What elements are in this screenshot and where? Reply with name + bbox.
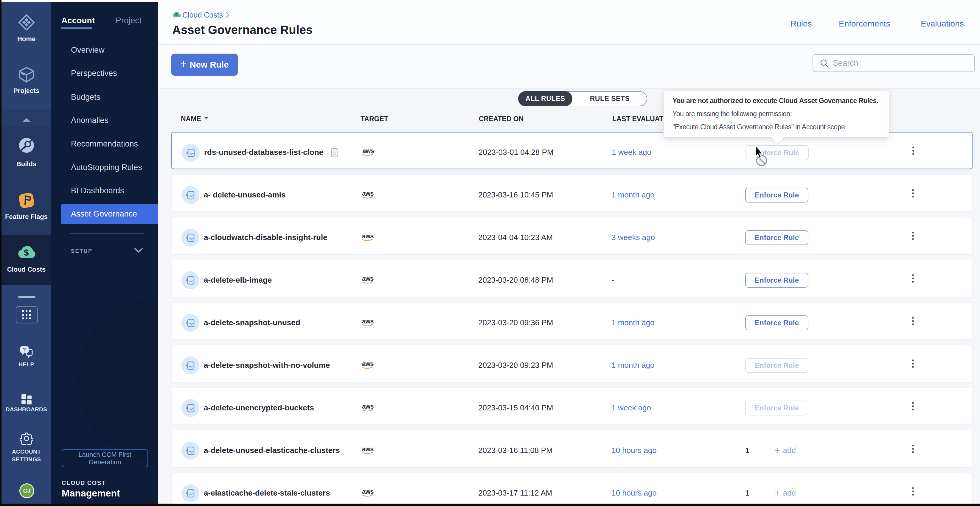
- svg-text:aws: aws: [362, 276, 374, 282]
- svg-text:aws: aws: [362, 446, 374, 453]
- svg-text:aws: aws: [362, 318, 374, 325]
- svg-text:aws: aws: [362, 233, 374, 240]
- svg-text:aws: aws: [362, 489, 374, 495]
- svg-text:aws: aws: [362, 148, 374, 155]
- svg-text:?: ?: [23, 347, 26, 352]
- svg-text:aws: aws: [362, 403, 374, 410]
- svg-text:$: $: [175, 12, 178, 17]
- svg-text:aws: aws: [362, 361, 374, 368]
- svg-text:$: $: [24, 247, 29, 257]
- svg-text:aws: aws: [362, 190, 374, 197]
